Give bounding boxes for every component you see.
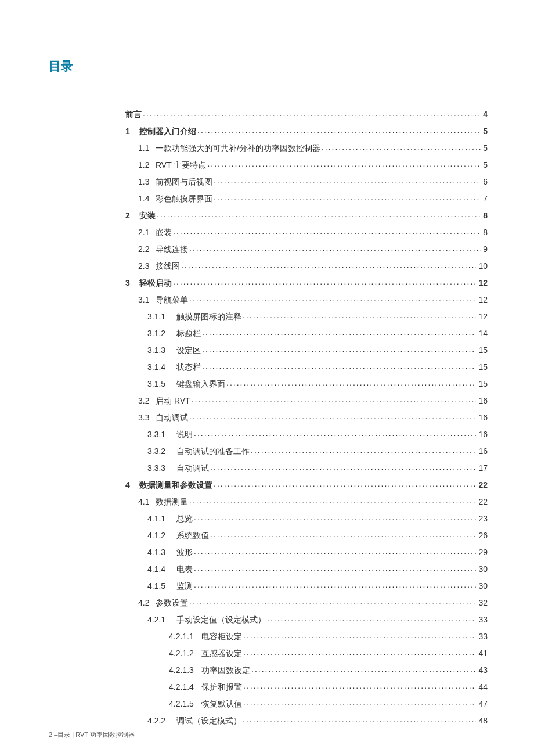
toc-entry-page: 30 [476, 565, 488, 573]
toc-entry[interactable]: 4.1.3波形29 [147, 547, 488, 556]
toc-entry-page: 33 [476, 632, 488, 640]
toc-entry-title: 调试（设定模式） [176, 717, 243, 725]
toc-leader-dots [192, 395, 477, 404]
toc-entry-page: 15 [476, 380, 488, 388]
toc-entry-number: 4 [125, 481, 139, 489]
toc-entry-title: 状态栏 [176, 363, 202, 371]
toc-entry-page: 12 [476, 296, 488, 304]
toc-entry[interactable]: 4.1数据测量22 [138, 496, 488, 506]
toc-entry-number: 4.1.4 [147, 565, 176, 573]
toc-leader-dots [189, 597, 476, 606]
toc-entry[interactable]: 4.2.1.2互感器设定41 [169, 648, 488, 657]
toc-entry[interactable]: 2.1嵌装8 [138, 227, 488, 236]
toc-entry-title: 自动调试 [156, 413, 189, 422]
toc-entry-number: 1.1 [138, 144, 156, 152]
toc-entry[interactable]: 2.3接线图10 [138, 261, 488, 270]
toc-entry-page: 43 [476, 666, 488, 674]
toc-entry[interactable]: 4.1.4电表30 [147, 564, 488, 573]
toc-entry[interactable]: 3.3.1说明16 [147, 429, 488, 438]
toc-entry[interactable]: 3.1.1触摸屏图标的注释12 [147, 311, 488, 321]
toc-entry[interactable]: 4.2.2调试（设定模式）48 [147, 715, 488, 725]
toc-entry[interactable]: 4数据测量和参数设置22 [125, 480, 488, 489]
toc-entry-title: 电表 [176, 565, 194, 573]
toc-entry[interactable]: 4.1.5监测30 [147, 581, 488, 590]
toc-entry-number: 4.2 [138, 599, 156, 607]
toc-entry[interactable]: 3.3自动调试16 [138, 412, 488, 422]
toc-entry-page: 8 [481, 228, 488, 236]
toc-entry[interactable]: 4.2.1手动设定值（设定模式）33 [147, 614, 488, 624]
toc-leader-dots [322, 143, 481, 151]
toc-entry-page: 9 [481, 245, 488, 253]
toc-leader-dots [243, 682, 476, 690]
toc-leader-dots [194, 513, 476, 521]
toc-entry[interactable]: 4.2参数设置32 [138, 597, 488, 607]
toc-entry[interactable]: 3.1.4状态栏15 [147, 362, 488, 371]
toc-leader-dots [214, 480, 476, 488]
toc-entry-number: 4.2.1.4 [169, 683, 201, 691]
toc-entry-number: 4.2.1.1 [169, 632, 201, 640]
toc-entry[interactable]: 1.1一款功能强大的可共补/分补的功率因数控制器5 [138, 143, 488, 152]
toc-entry-page: 15 [476, 346, 488, 354]
toc-entry-number: 3.3 [138, 413, 156, 422]
toc-entry-number: 1.2 [138, 161, 156, 169]
toc-entry-page: 33 [476, 615, 488, 624]
toc-entry-title: 手动设定值（设定模式） [176, 615, 267, 624]
toc-entry-number: 3.1.1 [147, 312, 176, 321]
toc-entry-number: 3.1.4 [147, 363, 176, 371]
toc-entry-title: 彩色触摸屏界面 [156, 195, 214, 203]
toc-entry-title: 保护和报警 [201, 683, 243, 691]
toc-entry[interactable]: 4.2.1.1电容柜设定33 [169, 631, 488, 640]
toc-leader-dots [226, 379, 476, 387]
toc-entry[interactable]: 3.1.5键盘输入界面15 [147, 379, 488, 388]
toc-leader-dots [194, 547, 476, 555]
toc-entry[interactable]: 3.1导航菜单12 [138, 294, 488, 304]
toc-entry-number: 3.3.1 [147, 430, 176, 438]
toc-entry-number: 1.4 [138, 195, 156, 203]
toc-entry-title: 自动调试的准备工作 [176, 447, 251, 455]
toc-entry[interactable]: 4.2.1.4保护和报警44 [169, 682, 488, 691]
toc-entry[interactable]: 4.1.2系统数值26 [147, 530, 488, 539]
toc-entry-title: 恢复默认值 [201, 700, 243, 708]
toc-entry-page: 6 [481, 178, 488, 186]
toc-entry[interactable]: 1.4彩色触摸屏界面7 [138, 193, 488, 203]
toc-entry[interactable]: 2安装8 [125, 210, 488, 219]
toc-entry-title: 互感器设定 [201, 649, 243, 657]
toc-entry[interactable]: 1.3前视图与后视图6 [138, 177, 488, 186]
toc-entry-number: 2.1 [138, 228, 156, 236]
toc-entry-page: 8 [481, 211, 488, 219]
toc-entry[interactable]: 1.2RVT 主要特点5 [138, 160, 488, 169]
toc-leader-dots [243, 699, 476, 707]
toc-entry[interactable]: 3.3.3自动调试17 [147, 463, 488, 472]
toc-entry[interactable]: 4.2.1.5恢复默认值47 [169, 699, 488, 708]
toc-entry[interactable]: 1控制器入门介绍5 [125, 126, 488, 135]
toc-leader-dots [143, 109, 481, 117]
toc-entry-number: 4.1.2 [147, 531, 176, 539]
toc-entry-page: 5 [481, 161, 488, 169]
toc-entry-page: 5 [481, 144, 488, 152]
toc-leader-dots [189, 244, 481, 252]
toc-entry[interactable]: 前言4 [125, 109, 488, 118]
toc-entry-title: 键盘输入界面 [176, 380, 226, 388]
toc-leader-dots [194, 429, 476, 437]
toc-entry[interactable]: 4.2.1.3功率因数设定43 [169, 665, 488, 674]
toc-entry-number: 4.1.5 [147, 582, 176, 590]
toc-entry[interactable]: 3.1.2标题栏14 [147, 328, 488, 337]
toc-entry[interactable]: 3.1.3设定区15 [147, 345, 488, 354]
toc-entry[interactable]: 4.1.1总览23 [147, 513, 488, 523]
toc-entry[interactable]: 3.2启动 RVT16 [138, 395, 488, 405]
toc-entry-title: 接线图 [156, 262, 181, 270]
toc-leader-dots [189, 412, 476, 420]
toc-entry-page: 16 [476, 413, 488, 422]
toc-entry[interactable]: 2.2导线连接9 [138, 244, 488, 253]
toc-leader-dots [251, 446, 476, 454]
toc-entry-number: 3.1.2 [147, 329, 176, 337]
toc-entry-page: 48 [476, 717, 488, 725]
toc-entry-page: 5 [481, 127, 488, 135]
toc-entry-number: 2 [125, 211, 139, 219]
toc-leader-dots [194, 581, 476, 589]
toc-entry-title: 数据测量 [156, 498, 189, 506]
toc-leader-dots [207, 160, 481, 168]
toc-entry[interactable]: 3轻松启动12 [125, 278, 488, 287]
toc-leader-dots [189, 496, 476, 505]
toc-entry[interactable]: 3.3.2自动调试的准备工作16 [147, 446, 488, 455]
